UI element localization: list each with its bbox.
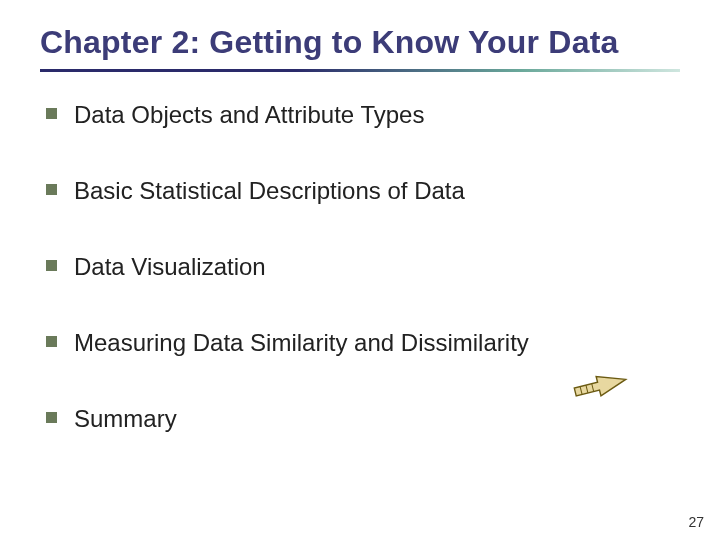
list-item: Basic Statistical Descriptions of Data	[46, 176, 680, 206]
list-item: Data Objects and Attribute Types	[46, 100, 680, 130]
slide: Chapter 2: Getting to Know Your Data Dat…	[0, 0, 720, 540]
svg-marker-0	[573, 372, 628, 402]
pointer-arrow-icon	[570, 372, 630, 412]
list-item: Measuring Data Similarity and Dissimilar…	[46, 328, 680, 358]
page-number: 27	[688, 514, 704, 530]
title-divider	[40, 69, 680, 72]
list-item: Data Visualization	[46, 252, 680, 282]
page-title: Chapter 2: Getting to Know Your Data	[40, 24, 680, 61]
